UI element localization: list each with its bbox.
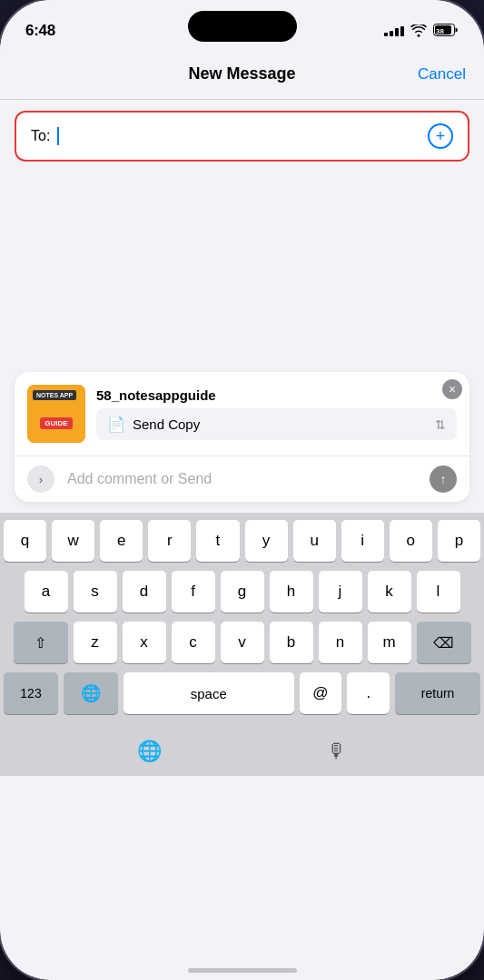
send-copy-row[interactable]: 📄 Send Copy ⇅: [96, 408, 457, 440]
send-button[interactable]: ↑: [430, 466, 457, 493]
message-input-row: › Add comment or Send ↑: [15, 456, 469, 502]
remove-attachment-button[interactable]: ×: [442, 379, 462, 399]
key-o[interactable]: o: [390, 520, 432, 562]
cursor: [57, 127, 59, 145]
to-field-container: To: +: [15, 111, 469, 162]
send-copy-label: Send Copy: [133, 416, 428, 432]
bottom-bar: 🌐 🎙: [0, 727, 484, 776]
key-z[interactable]: z: [74, 622, 117, 663]
expand-button[interactable]: ›: [27, 466, 54, 493]
key-q[interactable]: q: [4, 520, 46, 562]
keyboard-row-3: ⇧ z x c v b n m ⌫: [4, 622, 480, 663]
key-p[interactable]: p: [438, 520, 480, 562]
attachment-area: NOTES APP GUIDE 58_notesappguide 📄 Send …: [15, 372, 469, 502]
key-i[interactable]: i: [341, 520, 384, 562]
return-key[interactable]: return: [395, 672, 480, 714]
key-y[interactable]: y: [245, 520, 288, 562]
chevron-updown-icon: ⇅: [435, 417, 446, 432]
cancel-button[interactable]: Cancel: [418, 65, 466, 83]
key-x[interactable]: x: [123, 622, 166, 663]
keyboard-row-4: 123 🌐 space @ . return: [4, 672, 480, 714]
keyboard: q w e r t y u i o p a s d f g h j k: [0, 513, 484, 727]
key-c[interactable]: c: [172, 622, 215, 663]
attachment-name: 58_notesappguide: [96, 387, 457, 403]
battery-icon: 38: [433, 24, 459, 39]
message-input[interactable]: Add comment or Send: [64, 471, 420, 487]
key-e[interactable]: e: [100, 520, 143, 562]
key-g[interactable]: g: [221, 571, 264, 612]
key-r[interactable]: r: [148, 520, 191, 562]
signal-bar-2: [390, 31, 393, 36]
space-key[interactable]: space: [123, 672, 294, 714]
add-contact-button[interactable]: +: [428, 123, 453, 149]
send-icon: ↑: [440, 472, 447, 486]
globe-icon[interactable]: 🌐: [137, 740, 162, 763]
key-t[interactable]: t: [196, 520, 239, 562]
keyboard-row-2: a s d f g h j k l: [4, 571, 480, 612]
key-b[interactable]: b: [270, 622, 313, 663]
nav-bar: New Message Cancel: [0, 49, 484, 100]
key-v[interactable]: v: [221, 622, 264, 663]
emoji-key[interactable]: 🌐: [64, 672, 118, 714]
key-s[interactable]: s: [74, 571, 117, 612]
expand-icon: ›: [39, 473, 43, 486]
key-u[interactable]: u: [293, 520, 336, 562]
attachment-thumbnail: NOTES APP GUIDE: [27, 385, 85, 443]
document-icon: 📄: [107, 416, 125, 433]
dynamic-island: [188, 11, 297, 42]
nav-title: New Message: [188, 64, 295, 83]
thumbnail-label: NOTES APP: [33, 390, 76, 400]
keyboard-row-1: q w e r t y u i o p: [4, 520, 480, 562]
status-icons: 38: [384, 24, 459, 39]
key-k[interactable]: k: [368, 571, 411, 612]
screen: 6:48: [0, 0, 484, 980]
key-w[interactable]: w: [52, 520, 94, 562]
key-f[interactable]: f: [172, 571, 215, 612]
thumbnail-inner: NOTES APP GUIDE: [27, 385, 85, 443]
numbers-key[interactable]: 123: [4, 672, 58, 714]
microphone-icon[interactable]: 🎙: [327, 740, 347, 763]
key-m[interactable]: m: [368, 622, 411, 663]
key-h[interactable]: h: [270, 571, 313, 612]
empty-space: [0, 172, 484, 372]
to-label: To:: [31, 128, 50, 144]
shift-key[interactable]: ⇧: [14, 622, 68, 663]
key-l[interactable]: l: [417, 571, 460, 612]
thumbnail-badge: GUIDE: [40, 417, 72, 429]
dot-key[interactable]: .: [347, 672, 390, 714]
signal-bar-3: [395, 28, 399, 36]
attachment-info: 58_notesappguide 📄 Send Copy ⇅: [96, 387, 457, 440]
status-bar: 6:48: [0, 0, 484, 49]
key-a[interactable]: a: [25, 571, 68, 612]
signal-bars: [384, 26, 404, 36]
at-key[interactable]: @: [300, 672, 342, 714]
signal-bar-1: [384, 33, 388, 36]
key-d[interactable]: d: [123, 571, 166, 612]
phone-frame: 6:48: [0, 0, 484, 980]
home-indicator: [188, 968, 297, 973]
status-time: 6:48: [25, 22, 55, 40]
svg-text:38: 38: [436, 27, 444, 35]
attachment-row: NOTES APP GUIDE 58_notesappguide 📄 Send …: [15, 372, 469, 456]
key-n[interactable]: n: [319, 622, 362, 663]
key-j[interactable]: j: [319, 571, 362, 612]
to-field[interactable]: To: +: [15, 111, 469, 162]
wifi-icon: [410, 24, 427, 37]
delete-key[interactable]: ⌫: [417, 622, 471, 663]
signal-bar-4: [400, 26, 404, 36]
